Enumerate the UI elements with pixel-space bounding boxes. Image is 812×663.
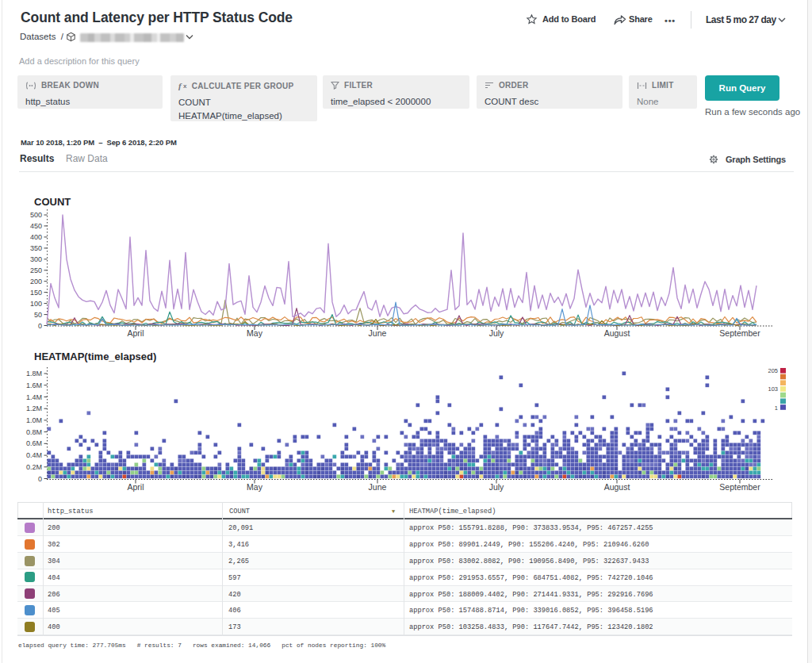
- svg-text:300: 300: [30, 255, 42, 263]
- svg-text:0.4M: 0.4M: [26, 451, 42, 459]
- svg-text:0.8M: 0.8M: [26, 428, 42, 436]
- svg-text:May: May: [247, 328, 263, 338]
- svg-text:400: 400: [30, 233, 42, 241]
- svg-text:July: July: [489, 482, 504, 492]
- svg-text:August: August: [604, 328, 630, 338]
- svg-text:250: 250: [30, 266, 42, 274]
- svg-text:1.0M: 1.0M: [26, 416, 42, 424]
- svg-text:1.6M: 1.6M: [26, 381, 42, 389]
- svg-text:103: 103: [768, 385, 778, 393]
- svg-text:August: August: [604, 482, 630, 492]
- svg-text:1: 1: [775, 404, 778, 412]
- svg-text:0.2M: 0.2M: [26, 463, 42, 471]
- svg-text:1.2M: 1.2M: [26, 404, 42, 412]
- svg-text:205: 205: [768, 367, 778, 374]
- svg-text:April: April: [127, 328, 144, 338]
- svg-text:0: 0: [38, 322, 42, 330]
- svg-text:100: 100: [30, 300, 42, 308]
- svg-text:1.4M: 1.4M: [26, 393, 42, 401]
- svg-text:0: 0: [38, 475, 42, 483]
- svg-text:June: June: [369, 482, 387, 492]
- svg-text:0.6M: 0.6M: [26, 439, 42, 447]
- svg-text:July: July: [489, 328, 504, 338]
- svg-text:September: September: [719, 482, 760, 492]
- svg-text:September: September: [719, 328, 760, 338]
- svg-text:1.8M: 1.8M: [26, 370, 42, 377]
- svg-text:450: 450: [30, 222, 42, 230]
- svg-text:350: 350: [30, 244, 42, 252]
- svg-text:500: 500: [30, 211, 42, 219]
- svg-text:April: April: [127, 482, 144, 492]
- svg-text:50: 50: [34, 311, 42, 319]
- svg-text:June: June: [369, 328, 387, 338]
- svg-text:200: 200: [30, 278, 42, 286]
- svg-text:150: 150: [30, 289, 42, 297]
- svg-text:May: May: [247, 482, 263, 492]
